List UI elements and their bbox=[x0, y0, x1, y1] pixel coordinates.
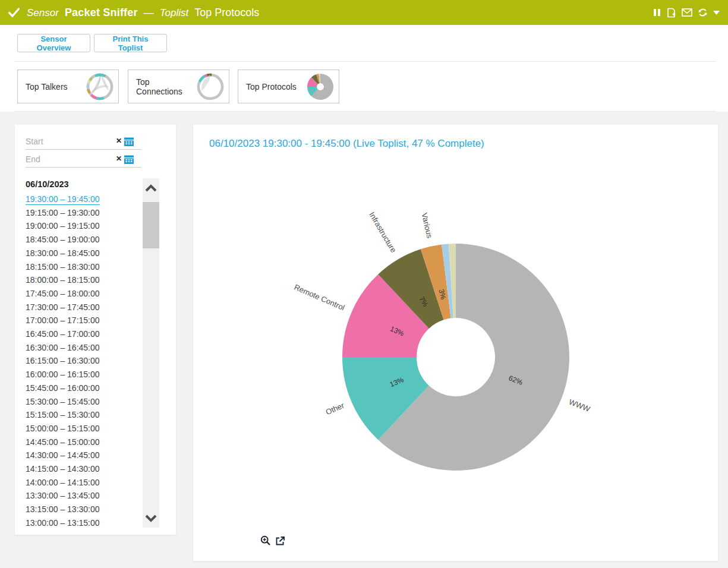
interval-item[interactable]: 19:00:00 – 19:15:00 bbox=[26, 219, 138, 233]
calendar-icon[interactable] bbox=[124, 154, 134, 165]
start-date-row: ✕ bbox=[26, 134, 141, 150]
interval-item[interactable]: 16:15:00 – 16:30:00 bbox=[26, 354, 138, 368]
interval-item[interactable]: 18:00:00 – 18:15:00 bbox=[26, 273, 138, 287]
breadcrumb-sensor-name[interactable]: Packet Sniffer bbox=[65, 7, 138, 19]
slice-name-label: Other bbox=[324, 400, 346, 416]
interval-item[interactable]: 13:30:00 – 13:45:00 bbox=[26, 489, 138, 503]
interval-item[interactable]: 18:45:00 – 19:00:00 bbox=[26, 233, 138, 247]
report-icon[interactable] bbox=[666, 8, 676, 18]
pause-icon[interactable] bbox=[653, 8, 661, 17]
scrollbar-thumb[interactable] bbox=[143, 202, 159, 248]
tab-top-connections[interactable]: Top Connections bbox=[128, 70, 229, 103]
interval-item[interactable]: 19:15:00 – 19:30:00 bbox=[26, 206, 138, 220]
email-icon[interactable] bbox=[682, 8, 692, 17]
tab-label: Top Protocols bbox=[246, 82, 307, 91]
interval-list: 19:30:00 – 19:45:0019:15:00 – 19:30:0019… bbox=[26, 193, 138, 530]
print-toplist-button[interactable]: Print This Toplist bbox=[94, 34, 167, 52]
calendar-icon[interactable] bbox=[124, 136, 134, 147]
interval-item[interactable]: 17:30:00 – 17:45:00 bbox=[26, 301, 138, 314]
end-date-row: ✕ bbox=[26, 152, 141, 168]
protocols-donut-chart: 62%WWW13%Other13%Remote Control7%Infrast… bbox=[193, 125, 718, 561]
sensor-overview-button[interactable]: Sensor Overview bbox=[17, 34, 90, 52]
divider bbox=[14, 61, 716, 62]
interval-item[interactable]: 18:30:00 – 18:45:00 bbox=[26, 247, 138, 260]
breadcrumb: Sensor Packet Sniffer — Toplist Top Prot… bbox=[27, 7, 259, 19]
interval-item[interactable]: 14:30:00 – 14:45:00 bbox=[26, 449, 138, 462]
interval-item[interactable]: 16:30:00 – 16:45:00 bbox=[26, 341, 138, 355]
interval-item[interactable]: 14:15:00 – 14:30:00 bbox=[26, 462, 138, 476]
scroll-up-icon[interactable] bbox=[143, 178, 159, 197]
top-talkers-thumbnail-icon bbox=[86, 73, 114, 100]
zoom-in-icon[interactable] bbox=[260, 535, 271, 546]
tab-label: Top Talkers bbox=[26, 82, 86, 91]
breadcrumb-section: Toplist bbox=[160, 7, 189, 19]
refresh-icon[interactable] bbox=[698, 8, 708, 17]
tab-top-talkers[interactable]: Top Talkers bbox=[17, 70, 119, 103]
check-icon bbox=[8, 8, 20, 17]
interval-item[interactable]: 16:45:00 – 17:00:00 bbox=[26, 327, 138, 341]
scroll-down-icon[interactable] bbox=[143, 509, 159, 528]
interval-item[interactable]: 14:00:00 – 14:15:00 bbox=[26, 476, 138, 490]
interval-item[interactable]: 17:00:00 – 17:15:00 bbox=[26, 314, 138, 327]
interval-item[interactable]: 15:30:00 – 15:45:00 bbox=[26, 395, 138, 409]
interval-item[interactable]: 15:00:00 – 15:15:00 bbox=[26, 422, 138, 436]
interval-filter-panel: ✕ ✕ 06/10/2023 19:30:00 – 19:45:0019:15:… bbox=[15, 125, 176, 535]
interval-date-header: 06/10/2023 bbox=[26, 179, 69, 189]
interval-item[interactable]: 13:00:00 – 13:15:00 bbox=[26, 516, 138, 530]
breadcrumb-separator: — bbox=[144, 7, 154, 19]
interval-item[interactable]: 17:45:00 – 18:00:00 bbox=[26, 287, 138, 301]
page-title: Top Protocols bbox=[194, 7, 259, 19]
start-date-input[interactable] bbox=[26, 134, 115, 149]
toplist-chart-panel: 06/10/2023 19:30:00 - 19:45:00 (Live Top… bbox=[193, 125, 718, 561]
slice-name-label: Infrastructure bbox=[367, 210, 398, 254]
slice-name-label: Various bbox=[420, 212, 434, 239]
top-protocols-thumbnail-icon bbox=[307, 73, 334, 100]
end-date-input[interactable] bbox=[26, 152, 115, 166]
interval-scrollbar[interactable] bbox=[143, 178, 159, 528]
tab-label: Top Connections bbox=[136, 77, 197, 96]
interval-item[interactable]: 14:45:00 – 15:00:00 bbox=[26, 436, 138, 449]
interval-item[interactable]: 19:30:00 – 19:45:00 bbox=[26, 193, 138, 206]
header-bar: Sensor Packet Sniffer — Toplist Top Prot… bbox=[0, 0, 728, 25]
slice-name-label: Remote Control bbox=[293, 283, 346, 313]
interval-item[interactable]: 15:15:00 – 15:30:00 bbox=[26, 408, 138, 422]
tab-top-protocols[interactable]: Top Protocols bbox=[238, 70, 339, 103]
slice-name-label: WWW bbox=[568, 397, 591, 414]
breadcrumb-kind: Sensor bbox=[27, 7, 59, 19]
chart-footer bbox=[260, 535, 285, 546]
page: Sensor Packet Sniffer — Toplist Top Prot… bbox=[0, 0, 728, 568]
clear-start-icon[interactable]: ✕ bbox=[116, 137, 122, 145]
interval-item[interactable]: 13:15:00 – 13:30:00 bbox=[26, 503, 138, 516]
open-external-icon[interactable] bbox=[275, 536, 285, 546]
interval-item[interactable]: 18:15:00 – 18:30:00 bbox=[26, 260, 138, 274]
interval-item[interactable]: 15:45:00 – 16:00:00 bbox=[26, 381, 138, 395]
clear-end-icon[interactable]: ✕ bbox=[116, 154, 122, 163]
interval-item[interactable]: 16:00:00 – 16:15:00 bbox=[26, 368, 138, 381]
dropdown-caret-icon[interactable] bbox=[713, 11, 720, 15]
top-connections-thumbnail-icon bbox=[197, 73, 224, 100]
